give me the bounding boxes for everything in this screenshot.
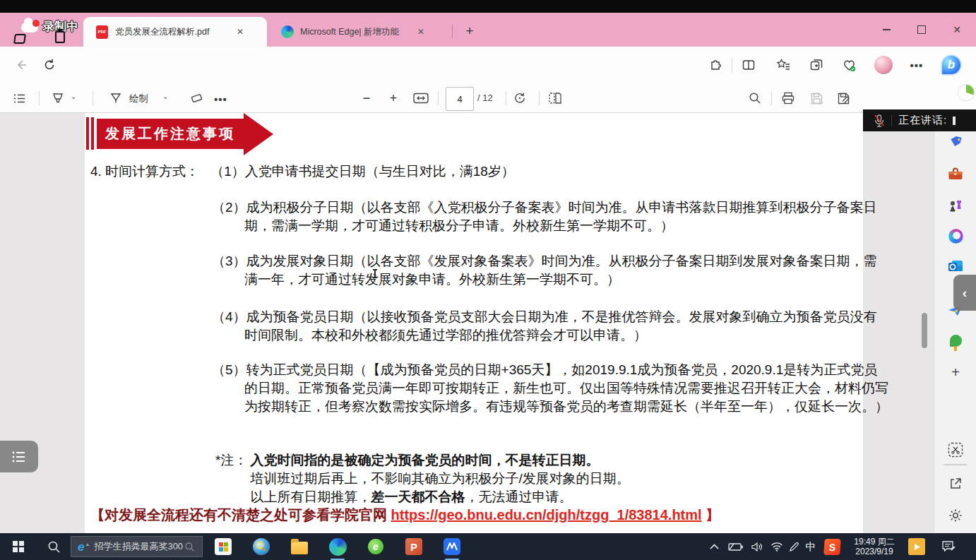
tab-edge-features[interactable]: Microsoft Edge| 新增功能 ✕: [270, 17, 446, 47]
chevron-down-icon[interactable]: ⌄: [71, 93, 76, 100]
pdf-scrollbar-thumb[interactable]: [922, 313, 927, 348]
search-icon[interactable]: [745, 88, 765, 108]
extensions-icon[interactable]: [706, 55, 726, 75]
tag-icon[interactable]: [947, 133, 964, 150]
start-button[interactable]: [6, 533, 31, 560]
note-line-1: 入党时间指的是被确定为预备党员的时间，不是转正日期。: [250, 451, 629, 470]
discover-icon[interactable]: [958, 84, 975, 101]
collections-icon[interactable]: [807, 55, 826, 75]
clock-date: 2023/9/19: [854, 547, 894, 556]
volume-icon[interactable]: [747, 533, 767, 560]
highlighter-icon[interactable]: [48, 88, 68, 108]
clipboard-clip: [58, 29, 62, 32]
taskbar-clock[interactable]: 19:49 周二2023/9/19: [846, 533, 903, 560]
tab-close-icon[interactable]: ✕: [417, 28, 424, 36]
taskbar-powerpoint-icon[interactable]: P: [404, 533, 424, 560]
intro-line: 4. 时间计算方式： （1）入党申请书提交日期（与生日对比，满18岁）: [90, 162, 853, 181]
ime-indicator[interactable]: 中: [802, 533, 819, 560]
zoom-in-icon[interactable]: +: [383, 88, 403, 108]
notifications-icon[interactable]: [938, 533, 959, 560]
note-line-3-bold: 差一天都不合格: [371, 489, 465, 504]
sidebar-expand-button[interactable]: ‹: [953, 275, 976, 311]
speaker-name-clipped: [953, 117, 956, 125]
pen-icon[interactable]: [785, 533, 802, 560]
tab-pdf[interactable]: PDF 党员发展全流程解析.pdf ✕: [83, 17, 267, 47]
save-icon[interactable]: [807, 88, 826, 108]
section-banner: 发展工作注意事项: [85, 113, 282, 157]
wifi-icon[interactable]: [767, 533, 787, 560]
split-screen-icon[interactable]: [739, 55, 758, 75]
divider: [438, 91, 439, 105]
trending-search-text: 招学生捐粪最高奖300: [94, 540, 184, 553]
chevron-down-icon[interactable]: ⌄: [162, 93, 168, 100]
back-button[interactable]: [11, 55, 31, 75]
microsoft-365-icon[interactable]: [947, 227, 964, 244]
draw-label[interactable]: 绘制: [129, 93, 148, 105]
taskbar-file-explorer-icon[interactable]: [290, 533, 309, 560]
mic-muted-icon[interactable]: [873, 114, 886, 128]
page-number-input[interactable]: [446, 87, 474, 111]
taskbar-360-browser-icon[interactable]: e: [366, 533, 386, 560]
maximize-icon: [917, 25, 926, 34]
open-external-icon[interactable]: [947, 475, 964, 492]
page-view-icon[interactable]: [545, 88, 565, 108]
more-icon[interactable]: •••: [214, 93, 227, 105]
taskbar-search-box[interactable]: e ▲ 招学生捐粪最高奖300: [71, 536, 203, 557]
bing-chat-icon[interactable]: b: [941, 54, 962, 76]
taskbar: e ▲ 招学生捐粪最高奖300 e P: [0, 533, 976, 560]
recorder-window-icon[interactable]: [13, 34, 26, 44]
save-as-icon[interactable]: [833, 88, 853, 108]
contents-icon[interactable]: [9, 88, 29, 108]
new-tab-button[interactable]: +: [459, 20, 480, 42]
close-button[interactable]: ✕: [946, 19, 968, 40]
maximize-button[interactable]: [911, 19, 932, 40]
outlook-icon[interactable]: [947, 258, 964, 275]
browser-essentials-icon[interactable]: [839, 55, 859, 75]
banner-bar: [91, 117, 94, 150]
taskbar-store-icon[interactable]: [213, 533, 233, 560]
divider: [506, 91, 506, 105]
minimize-button[interactable]: [876, 19, 897, 40]
web-capture-icon[interactable]: [947, 441, 964, 458]
rotate-icon[interactable]: [510, 88, 530, 108]
tray-chevron-icon[interactable]: [705, 533, 723, 560]
pdf-viewer[interactable]: 发展工作注意事项 4. 时间计算方式： （1）入党申请书提交日期（与生日对比，满…: [0, 113, 934, 533]
media-app-icon[interactable]: [907, 533, 927, 560]
meeting-overlay-bar[interactable]: 正在讲话:: [863, 109, 976, 131]
games-chess-icon[interactable]: [947, 197, 964, 214]
avatar[interactable]: [874, 56, 893, 74]
footer-link[interactable]: https://geo.bnu.edu.cn/djgh/tzgg_1/83814…: [391, 507, 702, 523]
add-icon[interactable]: +: [947, 364, 964, 381]
pdf-page: 发展工作注意事项 4. 时间计算方式： （1）入党申请书提交日期（与生日对比，满…: [85, 113, 863, 533]
note-line-3: 以上所有日期推算，差一天都不合格，无法通过申请。: [250, 488, 629, 506]
top-black-strip: [0, 0, 976, 13]
eraser-icon[interactable]: [186, 88, 206, 108]
contents-panel-button[interactable]: [0, 441, 38, 472]
more-icon[interactable]: •••: [907, 55, 927, 75]
taskbar-edge-icon[interactable]: [328, 533, 347, 560]
divider: [891, 115, 892, 126]
draw-pen-icon[interactable]: [106, 88, 126, 108]
zoom-out-icon[interactable]: −: [357, 88, 376, 108]
windows-logo-icon: [13, 541, 24, 552]
list-icon: [11, 450, 27, 464]
taskbar-search-icon[interactable]: [41, 533, 66, 560]
settings-gear-icon[interactable]: [947, 507, 964, 524]
favorites-bar-icon[interactable]: [773, 55, 793, 75]
search-icon: [184, 542, 195, 552]
clipboard-icon[interactable]: [55, 31, 65, 43]
taskbar-image-search-icon[interactable]: [251, 533, 271, 560]
tab-close-icon[interactable]: ✕: [237, 28, 244, 36]
fit-width-icon[interactable]: [411, 88, 431, 108]
taskbar-meeting-icon[interactable]: [442, 533, 462, 560]
battery-icon[interactable]: [726, 533, 746, 560]
divider: [944, 464, 967, 465]
note-block: *注： 入党时间指的是被确定为预备党员的时间，不是转正日期。 培训班过期后再上，…: [215, 451, 865, 506]
refresh-button[interactable]: [40, 55, 59, 75]
print-icon[interactable]: [778, 88, 798, 108]
grow-tree-icon[interactable]: [947, 332, 964, 349]
sogou-icon[interactable]: S: [822, 533, 842, 560]
tab-divider: [452, 25, 453, 38]
toolbox-icon[interactable]: [947, 166, 964, 183]
close-icon: ✕: [953, 24, 961, 35]
